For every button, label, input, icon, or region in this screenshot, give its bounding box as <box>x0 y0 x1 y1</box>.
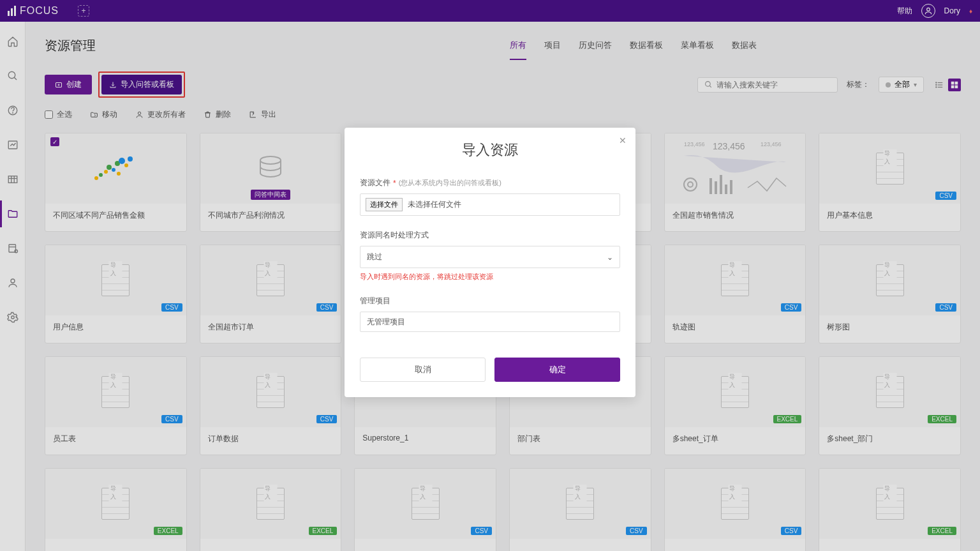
chevron-down-icon: ⌄ <box>607 253 613 262</box>
conflict-value: 跳过 <box>367 252 382 262</box>
file-status-text: 未选择任何文件 <box>408 199 461 210</box>
cancel-button[interactable]: 取消 <box>360 358 486 382</box>
confirm-button[interactable]: 确定 <box>494 358 620 382</box>
project-input[interactable] <box>360 312 620 332</box>
conflict-warning: 导入时遇到同名的资源，将跳过处理该资源 <box>360 272 620 282</box>
import-modal: ✕ 导入资源 资源文件* (您从本系统内导出的问答或看板) 选择文件 未选择任何… <box>345 128 635 397</box>
conflict-select[interactable]: 跳过 ⌄ <box>360 246 620 268</box>
modal-title: 导入资源 <box>360 140 620 160</box>
choose-file-button[interactable]: 选择文件 <box>366 198 403 211</box>
conflict-label: 资源同名时处理方式 <box>360 230 620 241</box>
project-label: 管理项目 <box>360 296 620 306</box>
file-label: 资源文件* (您从本系统内导出的问答或看板) <box>360 177 620 188</box>
modal-overlay[interactable]: ✕ 导入资源 资源文件* (您从本系统内导出的问答或看板) 选择文件 未选择任何… <box>0 0 980 551</box>
close-icon[interactable]: ✕ <box>619 135 627 146</box>
file-input[interactable]: 选择文件 未选择任何文件 <box>360 193 620 216</box>
